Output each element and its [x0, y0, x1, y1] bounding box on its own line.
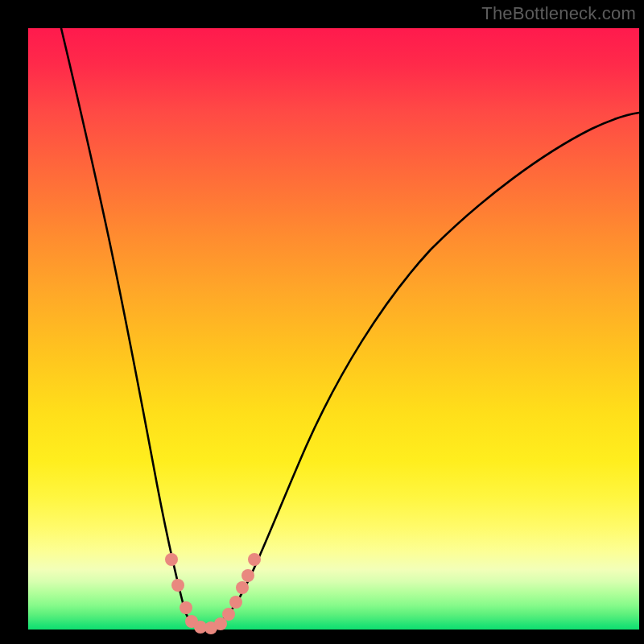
curve-svg — [28, 28, 639, 630]
watermark-text: TheBottleneck.com — [481, 3, 636, 24]
data-dot — [229, 596, 242, 609]
plot-area — [28, 28, 639, 630]
data-dot — [171, 579, 184, 592]
chart-frame: TheBottleneck.com — [0, 0, 644, 644]
data-dot — [180, 601, 192, 614]
data-dot — [236, 581, 249, 594]
data-dot — [242, 569, 254, 582]
data-dot — [248, 553, 261, 566]
data-dot — [165, 553, 178, 566]
data-dot — [222, 608, 235, 621]
bottleneck-curve — [61, 28, 639, 629]
